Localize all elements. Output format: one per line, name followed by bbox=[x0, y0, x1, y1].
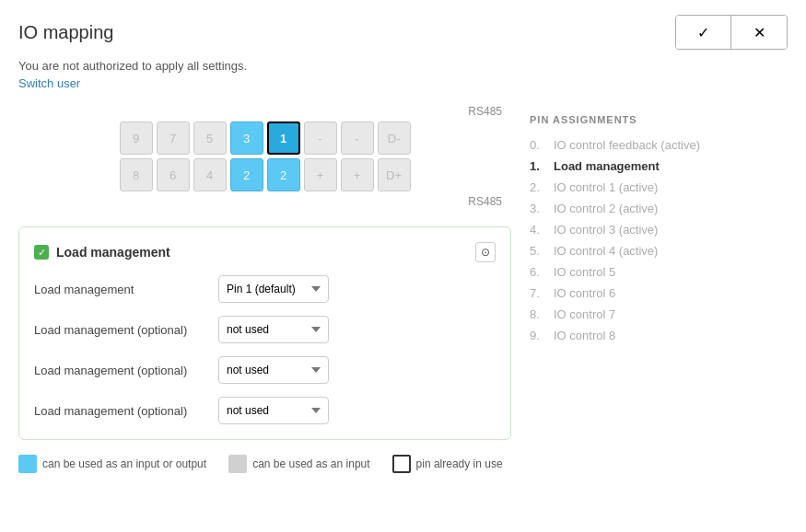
pin-list-item-4: 4. IO control 3 (active) bbox=[530, 219, 788, 240]
card-title: Load management bbox=[56, 245, 170, 260]
pin-assignments-title: PIN ASSIGNMENTS bbox=[530, 114, 788, 125]
pin-grid-top: 9 7 5 3 1 - - D- bbox=[18, 121, 511, 155]
form-label-3: Load management (optional) bbox=[34, 364, 218, 377]
card-title-row: ✓ Load management bbox=[34, 245, 170, 260]
rs485-bottom-label: RS485 bbox=[18, 195, 511, 208]
pin-grid-container: RS485 9 7 5 3 1 - - D- 8 6 4 2 2 bbox=[18, 105, 511, 208]
card-header: ✓ Load management ⊙ bbox=[34, 242, 496, 262]
pin-list-item-7: 7. IO control 6 bbox=[530, 283, 788, 304]
pin-list-item-3: 3. IO control 2 (active) bbox=[530, 198, 788, 219]
pin-7[interactable]: 7 bbox=[157, 121, 190, 155]
pin-list-item-0: 0. IO control feedback (active) bbox=[530, 134, 788, 156]
pin-8[interactable]: 8 bbox=[120, 158, 153, 191]
pin-4[interactable]: 4 bbox=[193, 158, 227, 191]
switch-user-link[interactable]: Switch user bbox=[18, 76, 80, 90]
rs485-top-label: RS485 bbox=[18, 105, 511, 118]
legend-label-outline: pin already in use bbox=[416, 457, 503, 470]
auth-message-container: You are not authorized to apply all sett… bbox=[18, 59, 788, 90]
legend-box-outline bbox=[392, 455, 411, 473]
pin-list-item-5: 5. IO control 4 (active) bbox=[530, 240, 788, 261]
form-label-1: Load management bbox=[34, 283, 218, 296]
legend-label-gray: can be used as an input bbox=[252, 457, 369, 470]
pin-6[interactable]: 6 bbox=[157, 158, 190, 191]
pin-plus-1[interactable]: + bbox=[304, 158, 337, 191]
header-action-buttons: ✓ ✕ bbox=[675, 15, 788, 50]
pin-list: 0. IO control feedback (active) 1. Load … bbox=[530, 134, 788, 346]
pin-list-item-9: 9. IO control 8 bbox=[530, 325, 788, 346]
legend-item-outline: pin already in use bbox=[392, 455, 503, 473]
pin-9[interactable]: 9 bbox=[120, 121, 153, 155]
form-row-1: Load management Pin 1 (default) Pin 2 Pi… bbox=[34, 275, 496, 303]
legend-box-gray bbox=[228, 455, 247, 473]
card-settings-icon[interactable]: ⊙ bbox=[475, 242, 496, 262]
pin-5[interactable]: 5 bbox=[193, 121, 227, 155]
page-title: IO mapping bbox=[18, 22, 113, 43]
form-label-2: Load management (optional) bbox=[34, 323, 218, 337]
auth-message: You are not authorized to apply all sett… bbox=[18, 59, 788, 73]
pin-2b[interactable]: 2 bbox=[267, 158, 300, 191]
pin-list-item-8: 8. IO control 7 bbox=[530, 304, 788, 325]
pin-minus-2[interactable]: - bbox=[341, 121, 374, 155]
pin-dminus[interactable]: D- bbox=[378, 121, 411, 155]
pin-3[interactable]: 3 bbox=[230, 121, 263, 155]
pin-1[interactable]: 1 bbox=[267, 121, 300, 155]
form-row-4: Load management (optional) not used Pin … bbox=[34, 397, 496, 424]
legend: can be used as an input or output can be… bbox=[18, 455, 511, 473]
form-row-2: Load management (optional) not used Pin … bbox=[34, 316, 496, 343]
pin-2a[interactable]: 2 bbox=[230, 158, 263, 191]
confirm-button[interactable]: ✓ bbox=[676, 16, 731, 49]
pin-list-item-1: 1. Load management bbox=[530, 156, 788, 177]
pin-plus-2[interactable]: + bbox=[341, 158, 374, 191]
left-panel: RS485 9 7 5 3 1 - - D- 8 6 4 2 2 bbox=[18, 105, 511, 473]
cancel-button[interactable]: ✕ bbox=[731, 16, 787, 49]
pin-dplus[interactable]: D+ bbox=[378, 158, 411, 191]
load-management-select[interactable]: Pin 1 (default) Pin 2 Pin 3 not used bbox=[218, 275, 329, 303]
legend-item-gray: can be used as an input bbox=[228, 455, 369, 473]
load-management-optional-select-1[interactable]: not used Pin 1 Pin 2 Pin 3 bbox=[218, 316, 329, 343]
legend-label-blue: can be used as an input or output bbox=[42, 457, 206, 470]
pin-list-item-6: 6. IO control 5 bbox=[530, 261, 788, 283]
load-management-optional-select-3[interactable]: not used Pin 1 Pin 2 Pin 3 bbox=[218, 397, 329, 424]
pin-grid-bottom: 8 6 4 2 2 + + D+ bbox=[18, 158, 511, 191]
load-management-optional-select-2[interactable]: not used Pin 1 Pin 2 Pin 3 bbox=[218, 356, 329, 384]
legend-box-blue bbox=[18, 455, 37, 473]
form-row-3: Load management (optional) not used Pin … bbox=[34, 356, 496, 384]
legend-item-blue: can be used as an input or output bbox=[18, 455, 206, 473]
pin-minus-1[interactable]: - bbox=[304, 121, 337, 155]
pin-assignments-panel: PIN ASSIGNMENTS 0. IO control feedback (… bbox=[530, 105, 788, 473]
form-label-4: Load management (optional) bbox=[34, 404, 218, 418]
pin-list-item-2: 2. IO control 1 (active) bbox=[530, 177, 788, 198]
load-management-card: ✓ Load management ⊙ Load management Pin … bbox=[18, 226, 511, 440]
card-checkbox[interactable]: ✓ bbox=[34, 245, 49, 260]
